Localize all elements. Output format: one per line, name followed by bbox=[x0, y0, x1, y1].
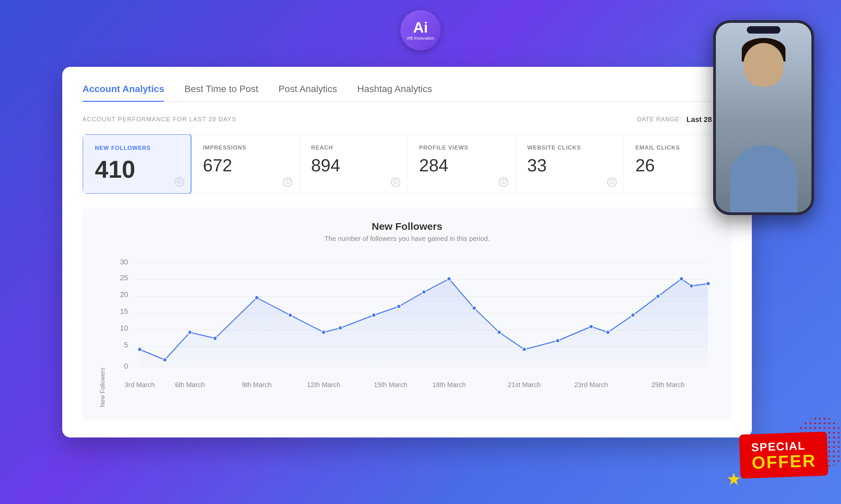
info-icon-followers[interactable]: ⓘ bbox=[175, 177, 184, 186]
logo-container: Ai Affi Innovation bbox=[400, 10, 441, 50]
svg-text:15th March: 15th March bbox=[374, 381, 407, 388]
info-icon-website[interactable]: ⓘ bbox=[607, 177, 617, 187]
svg-point-27 bbox=[472, 306, 476, 310]
chart-subtitle: The number of followers you have gained … bbox=[99, 235, 715, 242]
stat-reach: REACH 894 ⓘ bbox=[299, 134, 407, 194]
chart-svg: 0 5 10 15 20 25 30 bbox=[113, 256, 715, 407]
tab-hashtag-analytics[interactable]: Hashtag Analytics bbox=[357, 84, 432, 101]
stats-row: NEW FOLLOWERS 410 ⓘ IMPRESSIONS 672 ⓘ RE… bbox=[82, 134, 732, 194]
logo-name-text: Affi Innovation bbox=[407, 36, 434, 41]
stat-website-clicks-label: WEBSITE CLICKS bbox=[527, 144, 611, 151]
svg-point-21 bbox=[322, 330, 326, 334]
svg-point-15 bbox=[138, 347, 142, 352]
svg-text:21st March: 21st March bbox=[508, 381, 540, 388]
stat-profile-views: PROFILE VIEWS 284 ⓘ bbox=[407, 134, 515, 194]
svg-point-31 bbox=[589, 325, 593, 329]
svg-point-18 bbox=[213, 336, 217, 340]
svg-point-34 bbox=[656, 294, 660, 299]
tab-post-analytics[interactable]: Post Analytics bbox=[278, 84, 337, 101]
stat-new-followers-label: NEW FOLLOWERS bbox=[95, 145, 179, 151]
dashboard-card: Account Analytics Best Time to Post Post… bbox=[62, 67, 752, 437]
stat-email-clicks-value: 26 bbox=[635, 155, 720, 175]
svg-point-19 bbox=[255, 296, 259, 300]
person-head bbox=[743, 43, 784, 87]
stat-website-clicks: WEBSITE CLICKS 33 ⓘ bbox=[515, 134, 623, 194]
svg-text:0: 0 bbox=[124, 362, 128, 370]
svg-point-25 bbox=[422, 290, 426, 294]
y-axis-label: New Followers bbox=[99, 256, 106, 407]
info-icon-profile[interactable]: ⓘ bbox=[499, 177, 508, 187]
svg-text:12th March: 12th March bbox=[307, 381, 340, 388]
svg-text:9th March: 9th March bbox=[242, 381, 272, 388]
offer-offer-text: OFFER bbox=[752, 452, 817, 472]
svg-point-35 bbox=[680, 277, 684, 281]
logo-ai-text: Ai bbox=[413, 20, 428, 35]
nav-tabs: Account Analytics Best Time to Post Post… bbox=[82, 84, 732, 102]
svg-text:10: 10 bbox=[120, 324, 128, 332]
stat-impressions: IMPRESSIONS 672 ⓘ bbox=[191, 134, 299, 194]
svg-point-32 bbox=[606, 330, 610, 334]
svg-text:3rd March: 3rd March bbox=[125, 381, 155, 388]
svg-text:5: 5 bbox=[124, 340, 128, 349]
special-offer-badge: SPECIAL OFFER bbox=[739, 431, 828, 479]
svg-text:25: 25 bbox=[120, 273, 128, 282]
svg-point-23 bbox=[372, 313, 376, 317]
svg-point-33 bbox=[631, 313, 635, 317]
stat-profile-views-value: 284 bbox=[419, 155, 503, 175]
svg-point-30 bbox=[556, 339, 560, 343]
tab-best-time-to-post[interactable]: Best Time to Post bbox=[184, 84, 258, 101]
stat-email-clicks-label: EMAIL CLICKS bbox=[635, 144, 720, 151]
special-offer: ★ ➤ SPECIAL OFFER bbox=[740, 433, 827, 477]
svg-point-28 bbox=[497, 330, 501, 334]
chart-title: New Followers bbox=[99, 221, 715, 232]
performance-label: ACCOUNT PERFORMANCE FOR LAST 28 DAYS bbox=[82, 116, 237, 123]
svg-point-29 bbox=[522, 347, 527, 352]
stat-website-clicks-value: 33 bbox=[527, 155, 611, 175]
svg-text:23rd March: 23rd March bbox=[574, 381, 608, 388]
info-icon-impressions[interactable]: ⓘ bbox=[283, 177, 292, 187]
logo-circle: Ai Affi Innovation bbox=[400, 10, 441, 50]
tab-account-analytics[interactable]: Account Analytics bbox=[82, 84, 164, 101]
svg-text:20: 20 bbox=[120, 290, 128, 299]
svg-point-24 bbox=[397, 304, 401, 308]
svg-text:6th March: 6th March bbox=[175, 381, 205, 388]
chart-plot: 0 5 10 15 20 25 30 bbox=[113, 256, 715, 407]
stat-impressions-label: IMPRESSIONS bbox=[203, 144, 287, 151]
svg-point-36 bbox=[689, 284, 693, 288]
info-icon-reach[interactable]: ⓘ bbox=[391, 177, 400, 187]
stat-new-followers-value: 410 bbox=[95, 156, 179, 183]
offer-star-left: ★ bbox=[726, 469, 741, 489]
svg-point-37 bbox=[706, 282, 710, 286]
chart-area: New Followers 0 5 10 15 20 bbox=[99, 256, 715, 407]
svg-point-20 bbox=[288, 313, 292, 317]
date-range-label: DATE RANGE: bbox=[637, 116, 682, 123]
svg-point-16 bbox=[163, 358, 167, 362]
svg-text:30: 30 bbox=[120, 257, 128, 266]
stat-reach-label: REACH bbox=[311, 144, 395, 151]
person-body bbox=[730, 145, 797, 212]
phone-notch bbox=[747, 26, 780, 34]
analytics-header: ACCOUNT PERFORMANCE FOR LAST 28 DAYS DAT… bbox=[82, 115, 732, 124]
chart-container: New Followers The number of followers yo… bbox=[82, 207, 732, 421]
svg-point-26 bbox=[447, 277, 451, 281]
stat-reach-value: 894 bbox=[311, 155, 395, 175]
phone-screen bbox=[716, 23, 811, 212]
svg-text:25th March: 25th March bbox=[651, 381, 685, 388]
svg-point-17 bbox=[188, 330, 192, 334]
svg-point-22 bbox=[339, 326, 342, 330]
svg-text:18th March: 18th March bbox=[432, 381, 466, 388]
svg-text:15: 15 bbox=[120, 307, 128, 315]
stat-profile-views-label: PROFILE VIEWS bbox=[419, 144, 503, 151]
stat-impressions-value: 672 bbox=[203, 155, 287, 175]
phone-mockup bbox=[713, 20, 814, 215]
phone-person-bg bbox=[716, 23, 811, 212]
stat-new-followers: NEW FOLLOWERS 410 ⓘ bbox=[82, 134, 191, 194]
